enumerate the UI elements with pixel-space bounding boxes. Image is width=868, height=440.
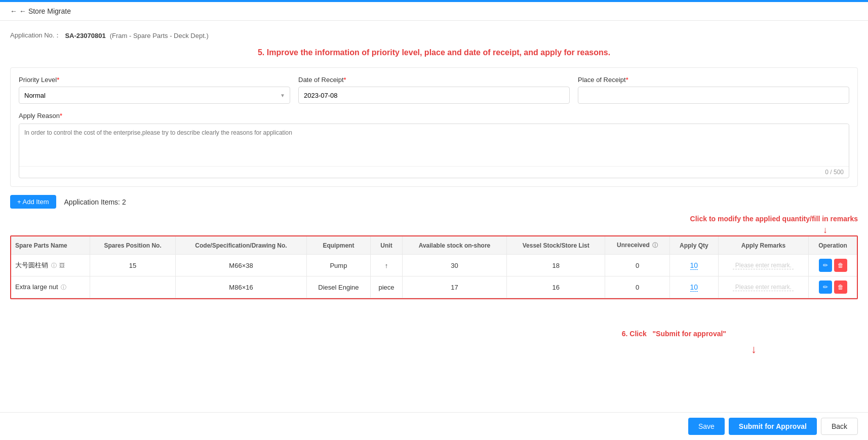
back-button[interactable]: Back xyxy=(821,418,858,430)
col-unit: Unit xyxy=(371,236,403,255)
toolbar: + Add Item Application Items: 2 xyxy=(10,195,858,209)
operation-2: ✏ 🗑 xyxy=(809,276,857,298)
apply-remarks-1[interactable]: Please enter remark. xyxy=(718,255,808,276)
add-item-button[interactable]: + Add Item xyxy=(10,195,56,209)
apply-remarks-2[interactable]: Please enter remark. xyxy=(718,276,808,298)
edit-btn-2[interactable]: ✏ xyxy=(819,281,832,294)
app-number: SA-23070801 xyxy=(65,32,105,39)
app-department: (Fram - Spare Parts - Deck Dept.) xyxy=(110,32,209,39)
unit-2: piece xyxy=(371,276,403,298)
step5-hint: 5. Improve the information of priority l… xyxy=(10,48,858,57)
click-hint: Click to modify the applied quantity/fil… xyxy=(10,215,858,223)
col-code: Code/Specification/Drawing No. xyxy=(176,236,306,255)
apply-reason-label: Apply Reason* xyxy=(19,112,849,119)
apply-reason-wrapper: 0 / 500 xyxy=(19,124,849,178)
submit-for-approval-button[interactable]: Submit for Approval xyxy=(729,418,817,430)
page-title: ← Store Migrate xyxy=(19,7,71,15)
table-row: 大号圆柱销 ⓘ 🖼 15 M66×38 Pump ↑ 30 18 0 10 Pl… xyxy=(11,255,857,276)
char-count: 0 / 500 xyxy=(19,166,849,178)
col-apply-qty: Apply Qty xyxy=(669,236,718,255)
vessel-stock-1: 18 xyxy=(507,255,605,276)
info-icon-1[interactable]: ⓘ xyxy=(51,262,57,268)
priority-level-select[interactable]: Normal Urgent Emergency xyxy=(19,87,290,104)
operation-1: ✏ 🗑 xyxy=(809,255,857,276)
items-table: Spare Parts Name Spares Position No. Cod… xyxy=(11,236,857,298)
spare-name-1: 大号圆柱销 ⓘ 🖼 xyxy=(11,255,90,276)
apply-qty-1[interactable]: 10 xyxy=(669,255,718,276)
img-icon-1[interactable]: 🖼 xyxy=(59,262,65,268)
col-spare-parts-name: Spare Parts Name xyxy=(11,236,90,255)
apply-reason-textarea[interactable] xyxy=(19,124,849,165)
page-header: ← ← Store Migrate xyxy=(0,2,868,21)
priority-level-field: Priority Level* Normal Urgent Emergency xyxy=(19,76,290,104)
form-row-1: Priority Level* Normal Urgent Emergency … xyxy=(19,76,849,104)
code-2: M86×16 xyxy=(176,276,306,298)
priority-level-label: Priority Level* xyxy=(19,76,290,84)
step6-hint: 6. Click "Submit for approval" xyxy=(10,330,787,338)
col-operation: Operation xyxy=(809,236,857,255)
step6-hint-wrapper: 6. Click "Submit for approval" ↓ xyxy=(10,330,858,356)
position-no-2 xyxy=(90,276,176,298)
available-stock-2: 17 xyxy=(402,276,506,298)
delete-btn-2[interactable]: 🗑 xyxy=(834,281,847,294)
delete-btn-1[interactable]: 🗑 xyxy=(834,259,847,272)
step6-arrow: ↓ xyxy=(10,343,787,356)
equipment-2: Diesel Engine xyxy=(306,276,371,298)
priority-level-select-wrapper[interactable]: Normal Urgent Emergency xyxy=(19,87,290,104)
date-of-receipt-label: Date of Receipt* xyxy=(298,76,570,84)
items-table-wrapper: Spare Parts Name Spares Position No. Cod… xyxy=(10,235,858,299)
col-equipment: Equipment xyxy=(306,236,371,255)
col-unreceived: Unreceived ⓘ xyxy=(605,236,670,255)
table-row: Extra large nut ⓘ M86×16 Diesel Engine p… xyxy=(11,276,857,298)
spare-name-2: Extra large nut ⓘ xyxy=(11,276,90,298)
table-header-row: Spare Parts Name Spares Position No. Cod… xyxy=(11,236,857,255)
unreceived-1: 0 xyxy=(605,255,670,276)
col-available-stock: Available stock on-shore xyxy=(402,236,506,255)
application-items-label: Application Items: 2 xyxy=(64,198,126,206)
apply-reason-section: Apply Reason* 0 / 500 xyxy=(19,112,849,178)
code-1: M66×38 xyxy=(176,255,306,276)
unreceived-2: 0 xyxy=(605,276,670,298)
main-content: Application No.： SA-23070801 (Fram - Spa… xyxy=(0,21,868,430)
equipment-1: Pump xyxy=(306,255,371,276)
back-icon: ← xyxy=(10,7,17,15)
app-info: Application No.： SA-23070801 (Fram - Spa… xyxy=(10,31,858,40)
info-icon-2[interactable]: ⓘ xyxy=(61,284,66,290)
app-no-label: Application No.： xyxy=(10,31,61,40)
date-of-receipt-field: Date of Receipt* xyxy=(298,76,570,104)
form-section: Priority Level* Normal Urgent Emergency … xyxy=(10,67,858,187)
col-vessel-stock: Vessel Stock/Store List xyxy=(507,236,605,255)
col-spares-position: Spares Position No. xyxy=(90,236,176,255)
position-no-1: 15 xyxy=(90,255,176,276)
place-of-receipt-label: Place of Receipt* xyxy=(578,76,849,84)
save-button[interactable]: Save xyxy=(688,418,725,430)
bottom-bar: Save Submit for Approval Back xyxy=(0,412,868,430)
edit-btn-1[interactable]: ✏ xyxy=(819,259,832,272)
date-of-receipt-input[interactable] xyxy=(298,87,570,104)
apply-qty-2[interactable]: 10 xyxy=(669,276,718,298)
vessel-stock-2: 16 xyxy=(507,276,605,298)
place-of-receipt-input[interactable] xyxy=(578,87,849,104)
click-hint-arrow: ↓ xyxy=(10,225,858,235)
back-link[interactable]: ← ← Store Migrate xyxy=(10,7,71,15)
available-stock-1: 30 xyxy=(402,255,506,276)
unit-1: ↑ xyxy=(371,255,403,276)
col-apply-remarks: Apply Remarks xyxy=(718,236,808,255)
place-of-receipt-field: Place of Receipt* xyxy=(578,76,849,104)
